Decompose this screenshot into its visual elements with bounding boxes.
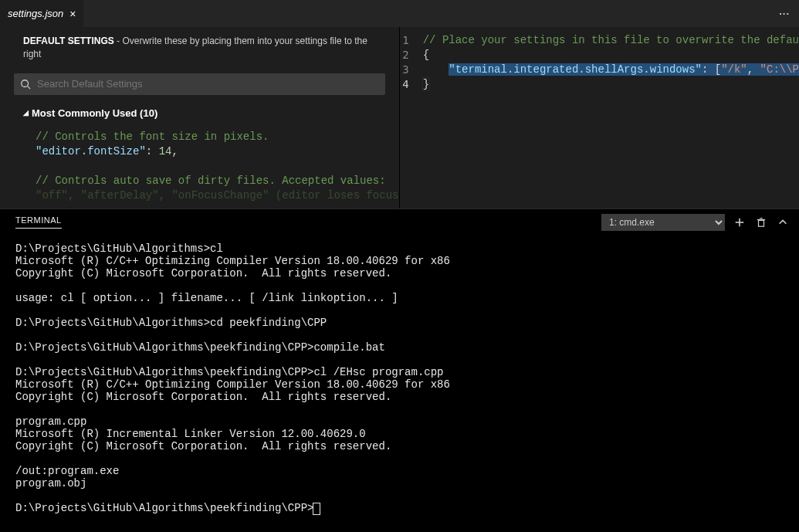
terminal-output[interactable]: D:\Projects\GitHub\Algorithms>cl Microso… — [0, 235, 799, 532]
svg-rect-4 — [759, 220, 764, 226]
user-settings-code[interactable]: // Place your settings in this file to o… — [423, 27, 799, 208]
kill-terminal-button[interactable] — [754, 215, 768, 229]
section-title: Most Commonly Used (10) — [32, 107, 157, 119]
default-settings-pane: DEFAULT SETTINGS - Overwrite these by pl… — [0, 27, 400, 208]
tab-settings-json[interactable]: settings.json × — [0, 0, 83, 27]
new-terminal-button[interactable] — [733, 215, 747, 229]
search-input[interactable] — [37, 78, 379, 90]
svg-point-0 — [22, 80, 29, 86]
search-icon — [20, 79, 31, 90]
tab-title: settings.json — [8, 8, 63, 19]
default-settings-code[interactable]: // Controls the font size in pixels. "ed… — [0, 124, 399, 203]
default-settings-hint: DEFAULT SETTINGS - Overwrite these by pl… — [0, 27, 399, 69]
search-default-settings[interactable] — [14, 73, 385, 95]
hint-bold: DEFAULT SETTINGS — [23, 36, 114, 46]
panel-header: TERMINAL 1: cmd.exe — [0, 209, 799, 235]
section-most-commonly-used[interactable]: ◢ Most Commonly Used (10) — [0, 100, 399, 124]
panel-tab-terminal[interactable]: TERMINAL — [15, 215, 62, 229]
editor-split: DEFAULT SETTINGS - Overwrite these by pl… — [0, 27, 799, 208]
maximize-panel-button[interactable] — [776, 215, 790, 229]
tab-overflow-button[interactable]: ··· — [770, 8, 799, 19]
panel-actions: 1: cmd.exe — [601, 214, 790, 231]
chevron-down-icon: ◢ — [23, 109, 29, 117]
close-icon[interactable]: × — [69, 8, 76, 19]
terminal-select[interactable]: 1: cmd.exe — [601, 214, 725, 231]
user-settings-pane: 1 2 3 4 // Place your settings in this f… — [400, 27, 799, 208]
svg-line-1 — [28, 86, 31, 89]
terminal-cursor — [313, 503, 320, 514]
line-gutter: 1 2 3 4 — [400, 27, 423, 208]
tab-bar: settings.json × ··· — [0, 0, 799, 27]
terminal-panel: TERMINAL 1: cmd.exe D:\Projects\GitHub\A… — [0, 208, 799, 532]
